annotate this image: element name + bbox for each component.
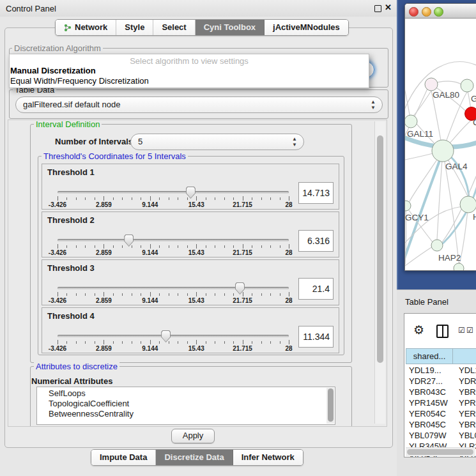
slider-ticks <box>58 292 289 297</box>
list-scrollbar[interactable] <box>326 388 334 424</box>
list-item[interactable]: SelfLoops <box>37 388 326 399</box>
table-cell: YDL19... <box>406 365 456 376</box>
control-panel-titlebar: Control Panel ✕ <box>0 0 397 17</box>
tab-jactivemnodules[interactable]: jActiveMNodules <box>265 20 348 35</box>
column-view-icon[interactable] <box>436 325 449 338</box>
scrollbar-thumb[interactable] <box>328 388 334 422</box>
tab-impute-data[interactable]: Impute Data <box>91 450 156 465</box>
table-row[interactable]: YBL079WYBL0 <box>406 430 476 441</box>
network-node[interactable] <box>405 115 417 128</box>
network-icon <box>64 24 72 32</box>
table-cell: YPR1 <box>456 397 476 408</box>
gear-icon[interactable]: ⚙ <box>413 323 424 337</box>
network-edge[interactable] <box>413 91 431 116</box>
table-cell: YER0 <box>456 408 476 419</box>
slider-tick-labels: -3.4262.8599.14415.4321.71528 <box>58 249 289 257</box>
checkbox-icon[interactable]: ☑ <box>466 326 473 335</box>
network-node[interactable] <box>431 240 443 251</box>
dropdown-item-equal-width[interactable]: Equal Width/Frequency Discretization <box>10 76 369 86</box>
numerical-attributes-label: Numerical Attributes <box>31 376 112 386</box>
slider-track[interactable] <box>58 335 289 337</box>
table-row[interactable]: YER054CYER0 <box>406 408 476 419</box>
table-toolbar: ⚙ ☑ ☑ <box>404 314 476 347</box>
interval-definition-label: Interval Definition <box>34 119 102 129</box>
table-row[interactable]: YPR145WYPR1 <box>406 397 476 408</box>
number-of-intervals-label: Number of Intervals <box>55 137 133 146</box>
thresholds-group-label: Threshold's Coordinates for 5 Intervals <box>42 151 188 161</box>
network-node[interactable] <box>461 79 473 92</box>
threshold-value-box[interactable]: 6.316 <box>298 230 334 252</box>
node-label: HAP2 <box>438 253 461 263</box>
float-window-icon[interactable] <box>374 5 381 12</box>
table-data-combobox[interactable]: galFiltered.sif default node ▲▼ <box>15 96 383 113</box>
tab-label: jActiveMNodules <box>273 20 340 35</box>
network-edge-thick[interactable] <box>438 186 476 247</box>
table-row[interactable]: YDR27...YDR2 <box>406 376 476 387</box>
network-edge[interactable] <box>405 247 433 268</box>
tab-infer-network[interactable]: Infer Network <box>233 450 303 465</box>
network-window-titlebar[interactable] <box>405 4 476 19</box>
tab-discretize-data[interactable]: Discretize Data <box>156 450 233 465</box>
column-header-shared[interactable]: shared... <box>406 348 453 364</box>
slider-track[interactable] <box>58 239 289 242</box>
node-label: GCY1 <box>405 213 429 222</box>
table-cell: YDR27... <box>406 376 456 387</box>
top-tabbar: Network Style Select Cyni Toolbox jActiv… <box>55 19 349 36</box>
threshold-value-box[interactable]: 14.713 <box>298 182 334 204</box>
tab-cyni-toolbox[interactable]: Cyni Toolbox <box>196 20 265 35</box>
network-node[interactable] <box>454 263 464 271</box>
table-cell: YPR145W <box>406 397 456 408</box>
threshold-slider[interactable]: -3.4262.8599.14415.4321.71528 <box>58 188 289 208</box>
table-data-value: galFiltered.sif default node <box>23 100 120 109</box>
threshold-panel: Threshold 3 -3.4262.8599.14415.4321.7152… <box>42 259 339 305</box>
threshold-value-box[interactable]: 21.4 <box>298 278 334 300</box>
mac-close-icon[interactable] <box>409 7 418 17</box>
vertical-scrollbar[interactable] <box>374 121 385 424</box>
scrollbar-thumb[interactable] <box>407 449 473 455</box>
tab-label: Discretize Data <box>164 450 224 465</box>
scrollbar-thumb[interactable] <box>377 135 383 363</box>
mac-zoom-icon[interactable] <box>434 7 443 17</box>
list-item[interactable]: TopologicalCoefficient <box>37 399 326 409</box>
horizontal-scrollbar[interactable] <box>406 447 475 456</box>
discretization-algorithm-label: Discretization Algorithm <box>12 43 103 53</box>
tab-network[interactable]: Network <box>56 20 116 35</box>
mac-minimize-icon[interactable] <box>422 7 431 17</box>
threshold-slider[interactable]: -3.4262.8599.14415.4321.71528 <box>58 236 289 256</box>
node-label: GAL4 <box>445 162 468 171</box>
table-panel-frame: ⚙ ☑ ☑ shared... na YDL19...YDL1YDR27...Y… <box>404 313 476 457</box>
network-node[interactable] <box>425 78 438 91</box>
numerical-attributes-list[interactable]: SelfLoopsTopologicalCoefficientBetweenne… <box>36 387 335 425</box>
slider-track[interactable] <box>58 191 289 194</box>
dropdown-item-manual-discretization[interactable]: Manual Discretization <box>10 66 369 76</box>
table-row[interactable]: YDL19...YDL1 <box>406 365 476 376</box>
network-node[interactable] <box>405 201 411 211</box>
table-row[interactable]: YBR043CYBR0 <box>406 387 476 397</box>
tab-select[interactable]: Select <box>153 20 195 35</box>
threshold-panel: Threshold 2 -3.4262.8599.14415.4321.7152… <box>42 211 339 257</box>
network-node[interactable] <box>460 196 476 213</box>
tab-style[interactable]: Style <box>116 20 153 35</box>
tab-label: Impute Data <box>100 450 147 465</box>
slider-tick-labels: -3.4262.8599.14415.4321.71528 <box>58 297 289 305</box>
network-canvas[interactable]: GAL80GACGAL11GAL4HGCY1HAP2 <box>405 19 476 271</box>
checkbox-icon[interactable]: ☑ <box>458 326 465 335</box>
threshold-value-box[interactable]: 11.344 <box>298 326 334 348</box>
list-item[interactable]: BetweennessCentrality <box>37 409 326 419</box>
table-cell: YDR2 <box>456 376 476 387</box>
number-of-intervals-combobox[interactable]: 5 ▲▼ <box>130 134 304 150</box>
threshold-slider[interactable]: -3.4262.8599.14415.4321.71528 <box>58 332 289 351</box>
threshold-slider[interactable]: -3.4262.8599.14415.4321.71528 <box>58 284 289 303</box>
tab-label: Network <box>75 20 107 35</box>
table-cell: YBR045C <box>406 419 456 430</box>
dropdown-hint-item[interactable]: Select algorithm to view settings <box>10 56 369 66</box>
slider-track[interactable] <box>58 287 289 289</box>
close-icon[interactable]: ✕ <box>385 3 392 12</box>
attributes-group-label: Attributes to discretize <box>34 362 119 371</box>
table-row[interactable]: YBR045CYBR0 <box>406 419 476 430</box>
apply-button[interactable]: Apply <box>171 429 215 443</box>
network-view-window[interactable]: GAL80GACGAL11GAL4HGCY1HAP2 <box>404 3 476 271</box>
column-header-name[interactable]: na <box>453 348 476 364</box>
network-node[interactable] <box>432 140 454 162</box>
threshold-label: Threshold 4 <box>47 311 95 321</box>
